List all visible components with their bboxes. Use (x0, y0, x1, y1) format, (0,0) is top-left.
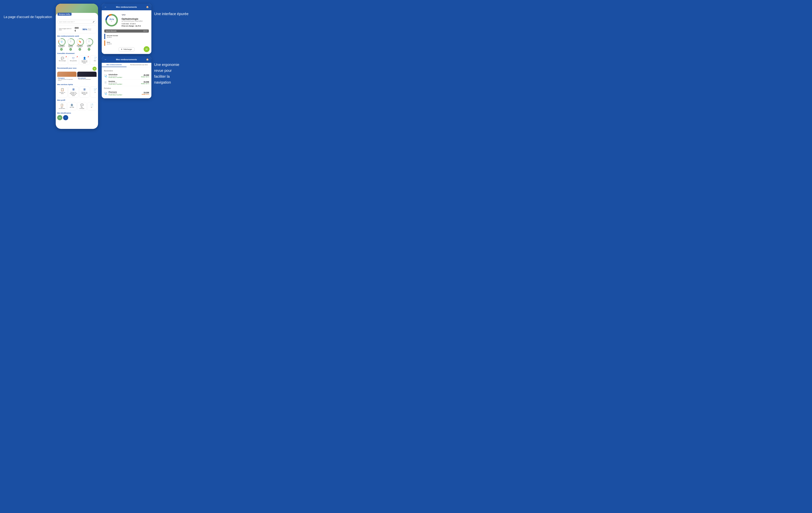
card-dem[interactable]: 📄 Dem... (90, 55, 96, 65)
checkmark-icon: ✓ (111, 21, 112, 22)
rec-card-prevoyance[interactable]: Prévoyance Avez-vous pensé à la garantie… (57, 72, 77, 82)
panel-row-top: ← Mes remboursements 🏠 (102, 4, 199, 54)
echanges-icon: 💬 (61, 57, 64, 60)
list-info-generaliste: Généraliste LE 25/11/2020, POUR KELLY AU… (109, 74, 140, 78)
rec-card-body-prevoyance: Prévoyance Avez-vous pensé à la garantie… (57, 77, 77, 82)
rec-card-podcasts[interactable]: Nos podcasts "Les voix de la prévention" (77, 72, 96, 82)
svc-simuler-apivia[interactable]: 🖥 Simuler une dépense de santé (79, 86, 90, 98)
profil-m-icon: 📄 (90, 104, 93, 106)
opht-icon: 👓 (122, 13, 143, 17)
list-date-generaliste: LE 25/11/2020, (109, 76, 140, 77)
services-apivia-title: Mes services Apivia (57, 84, 96, 85)
telecharger-button[interactable]: ⬇ Télécharger (119, 47, 135, 51)
circle-svg-dentiste (67, 38, 75, 46)
budget-pct: 96% (82, 28, 87, 31)
tab-mes-remboursements[interactable]: Mes remboursements (102, 63, 126, 67)
circle-price-generaliste: 45,00 € (60, 47, 63, 48)
beneficiaires-title: Mes bénéficiaires (57, 112, 96, 114)
beneficiaires-section: Mes bénéficiaires KA 👤 (57, 112, 96, 120)
list-amt-generaliste: 45,00€ (141, 74, 149, 76)
remboursements-section: Mes remboursements santé 🩺 Généraliste 4… (57, 35, 96, 51)
list-date-pharmacie: LE 12/10/2020, (109, 93, 140, 94)
secu-bar-amount: 14,25 € (107, 36, 118, 38)
profil-echanges-label: Mes échanges (79, 107, 85, 109)
list-back-button[interactable]: ← (104, 58, 107, 61)
coordonnees-icon: 📋 (60, 104, 63, 106)
list-icon-dentiste: 🦷 (104, 81, 107, 84)
list-amount-dentiste: 33,94€ REMB. 100 % (141, 81, 149, 84)
list-item-generaliste[interactable]: 🩺 Généraliste LE 25/11/2020, POUR KELLY … (104, 73, 149, 79)
profil-title: Mon profil (57, 99, 96, 101)
vous-bar-amount: 14,25 € (107, 43, 112, 45)
mic-icon: 🎤 (93, 21, 94, 23)
opht-sub: du 23/10/2020 pour Kelly Auffret (122, 20, 143, 22)
profil-echanges[interactable]: 💬 Mes échanges (77, 102, 87, 110)
list-amount-generaliste: 45,00€ REMB. 100 % (141, 74, 149, 78)
bar-apivia: Apivia Mutuelle 28,5 € (104, 29, 149, 33)
list-amount-pharmacie: 19,50€ REMB. 95 % (142, 92, 149, 95)
month-octobre: Octobre (104, 87, 149, 89)
list-icon-pharmacie: 🩺 (104, 92, 107, 95)
search-placeholder: Que voulez-vous faire ? (59, 21, 75, 23)
svc-d[interactable]: 📄 D... (90, 86, 96, 98)
sidebar-right-label-1: Une interface épurée (154, 4, 188, 17)
profil-m[interactable]: 📄 M... (87, 102, 97, 110)
list-item-dentiste[interactable]: 🦷 Dentiste LE 23/11/2020, POUR KELLY AUF… (104, 79, 149, 86)
consultes-cards: 📌 💬 Mes échanges 📌 🛡 Mes garanties 📌 👤 S… (57, 55, 96, 65)
profil-rib[interactable]: 🏦 Mon RIB (67, 102, 77, 110)
opht-cost: Coût total : 57,56 € (122, 23, 143, 25)
remb-circle-generaliste[interactable]: 🩺 Généraliste 45,00 € KA (57, 38, 66, 51)
detail-header: ← Mes remboursements 🏠 (102, 4, 151, 10)
profil-grid: 📋 Mes coordonnées 🏦 Mon RIB 💬 Mes échang… (57, 102, 96, 110)
simuler-label: Simuler une dépense de santé (81, 60, 88, 63)
rec-card-desc-prevoyance: Avez-vous pensé à la garantie active ? (58, 79, 76, 81)
recommande-header: Recommandé pour vous ✉ (57, 67, 96, 71)
services-apivia-grid: 📋 Envoyer un devis 🖥 Envoyer un décompte… (57, 86, 96, 98)
svc-d-icon: 📄 (94, 88, 96, 91)
card-simuler[interactable]: 📌 👤 Simuler une dépense de santé (79, 55, 90, 65)
remb-circle-dentiste2[interactable]: 🦷 Dentist 33,94 KA (85, 38, 93, 51)
home-button[interactable]: 🏠 (146, 6, 149, 8)
month-novembre: Novembre (104, 70, 149, 72)
card-mes-echanges[interactable]: 📌 💬 Mes échanges (57, 55, 67, 65)
list-name-pharmacie: Pharmacie (109, 91, 140, 93)
secu-bar-info: Sécurité Sociale 14,25 € (107, 35, 118, 38)
beneficiaires-avatars: KA 👤 (57, 115, 96, 120)
svc-devis[interactable]: 📋 Envoyer un devis (57, 86, 67, 98)
rec-card-img-podcasts (77, 72, 96, 77)
recommande-title: Recommandé pour vous (57, 67, 77, 69)
list-header: ← Mes remboursements 🏠 (102, 56, 151, 63)
list-home-button[interactable]: 🏠 (146, 58, 149, 61)
avatar-add[interactable]: 👤 (63, 115, 68, 120)
tab-remboursements-tiers[interactable]: Remboursements aux tiers (126, 63, 151, 67)
garanties-icon: 🛡 (72, 57, 75, 60)
consultes-section: Consultés récemment 📌 💬 Mes échanges 📌 🛡… (57, 52, 96, 65)
list-amt-dentiste: 33,94€ (141, 81, 149, 83)
opht-info: 👓 Ophtalmologie du 23/10/2020 pour Kelly… (122, 13, 143, 27)
circle-svg (58, 38, 66, 46)
simuler-icon: 👤 (83, 57, 86, 60)
detail-header-title: Mes remboursements (107, 6, 146, 8)
circle-svg-dentiste2 (86, 38, 93, 46)
remboursements-circles: 🩺 Généraliste 45,00 € KA 🦷 Den (57, 38, 96, 51)
pct-text: 75 % (110, 18, 114, 21)
detail-fab[interactable]: ✉ (144, 46, 149, 52)
profil-coordonnees[interactable]: 📋 Mes coordonnées (57, 102, 66, 110)
list-date-dentiste: LE 23/11/2020, (109, 82, 140, 84)
svc-decompte[interactable]: 🖥 Envoyer un décompte, une facture de sa… (68, 86, 79, 98)
remb-circle-pharmacie[interactable]: 💊 Pharmacie 19,50 € KA (76, 38, 84, 51)
pin-icon-3: 📌 (87, 56, 89, 58)
profil-m-label: M... (91, 107, 93, 108)
search-bar[interactable]: Que voulez-vous faire ? 🎤 (57, 20, 96, 24)
remb-circle-dentiste[interactable]: 🦷 Dentiste 33,94 € KA (66, 38, 75, 51)
circle-price-dentiste2: 33,94 (88, 47, 90, 48)
garanties-label: Mes garanties (70, 60, 77, 61)
list-for-generaliste: POUR KELLY AUFREY (109, 77, 140, 78)
back-button[interactable]: ← (104, 5, 107, 8)
coordonnees-label: Mes coordonnées (58, 107, 65, 109)
vous-bar-info: Vous 14,25 € (107, 42, 112, 45)
avatar-ka[interactable]: KA (57, 115, 62, 120)
list-item-pharmacie[interactable]: 🩺 Pharmacie LE 12/10/2020, POUR KELLY AU… (104, 90, 149, 97)
card-mes-garanties[interactable]: 📌 🛡 Mes garanties (68, 55, 79, 65)
recommande-fab[interactable]: ✉ (92, 67, 96, 71)
